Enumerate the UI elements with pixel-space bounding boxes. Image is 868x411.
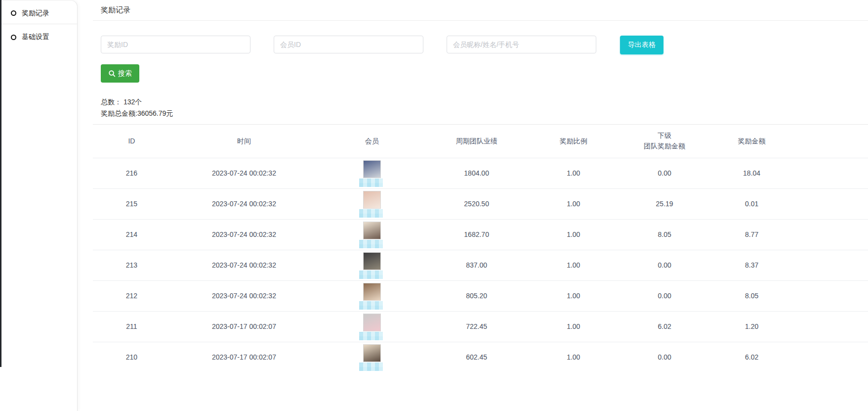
cell-reward-ratio: 1.00 (527, 311, 620, 342)
col-header-spacer (794, 125, 868, 158)
cell-id: 213 (93, 250, 170, 280)
cell-id: 215 (93, 188, 170, 219)
cell-time: 2023-07-24 00:02:32 (170, 158, 318, 188)
cell-team-performance: 837.00 (426, 250, 527, 280)
cell-member (318, 280, 426, 311)
cell-subordinate-reward: 6.02 (620, 311, 709, 342)
radio-circle-icon (11, 35, 16, 40)
col-header-time: 时间 (170, 125, 318, 158)
masked-nickname (359, 332, 383, 340)
member-avatar (363, 314, 381, 331)
cell-reward-ratio: 1.00 (527, 219, 620, 250)
table-row: 213 2023-07-24 00:02:32 837.00 1.00 0.00… (93, 250, 868, 280)
cell-subordinate-reward: 0.00 (620, 158, 709, 188)
cell-member (318, 219, 426, 250)
cell-reward-amount: 8.77 (709, 219, 794, 250)
member-avatar (363, 252, 381, 270)
reward-id-input[interactable] (101, 36, 250, 53)
table-row: 214 2023-07-24 00:02:32 1682.70 1.00 8.0… (93, 219, 868, 250)
masked-nickname (359, 209, 383, 218)
cell-member (318, 158, 426, 188)
sidebar-item-label: 基础设置 (22, 33, 49, 42)
cell-id: 214 (93, 219, 170, 250)
cell-reward-ratio: 1.00 (527, 342, 620, 372)
col-header-team-performance: 周期团队业绩 (426, 125, 527, 158)
sidebar-item-basic-settings[interactable]: 基础设置 (0, 26, 77, 48)
sidebar: 奖励记录 基础设置 (0, 0, 78, 411)
cell-team-performance: 805.20 (426, 280, 527, 311)
total-count: 总数： 132个 (101, 96, 868, 108)
table-row: 212 2023-07-24 00:02:32 805.20 1.00 0.00… (93, 280, 868, 311)
member-id-input[interactable] (274, 36, 423, 53)
cell-reward-amount: 18.04 (709, 158, 794, 188)
cell-id: 211 (93, 311, 170, 342)
cell-team-performance: 1804.00 (426, 158, 527, 188)
cell-reward-ratio: 1.00 (527, 250, 620, 280)
cell-time: 2023-07-17 00:02:07 (170, 342, 318, 372)
masked-nickname (359, 271, 383, 279)
sidebar-item-reward-records[interactable]: 奖励记录 (0, 2, 77, 24)
title-bar: 奖励记录 (93, 0, 868, 21)
cell-reward-ratio: 1.00 (527, 188, 620, 219)
masked-nickname (359, 363, 383, 371)
col-header-reward-amount: 奖励金额 (709, 125, 794, 158)
masked-nickname (359, 240, 383, 248)
col-header-subordinate-reward: 下级 团队奖励金额 (620, 125, 709, 158)
page-title: 奖励记录 (101, 5, 130, 15)
member-avatar (363, 191, 381, 209)
cell-member (318, 188, 426, 219)
cell-team-performance: 602.45 (426, 342, 527, 372)
cell-reward-amount: 8.05 (709, 280, 794, 311)
masked-nickname (359, 179, 383, 187)
filter-bar: 导出表格 (93, 36, 868, 54)
cell-reward-amount: 8.37 (709, 250, 794, 280)
collapsed-menu-edge (0, 0, 1, 367)
cell-reward-amount: 1.20 (709, 311, 794, 342)
radio-circle-icon (11, 10, 16, 16)
cell-reward-amount: 0.01 (709, 188, 794, 219)
main-content: 奖励记录 导出表格 搜索 总数： 132个 奖励总金额:36056.79元 (78, 0, 868, 411)
cell-time: 2023-07-24 00:02:32 (170, 250, 318, 280)
cell-id: 216 (93, 158, 170, 188)
member-avatar (363, 283, 381, 301)
total-amount: 奖励总金额:36056.79元 (101, 108, 868, 119)
member-avatar (363, 160, 381, 178)
cell-team-performance: 722.45 (426, 311, 527, 342)
member-avatar (363, 222, 381, 239)
summary: 总数： 132个 奖励总金额:36056.79元 (93, 96, 868, 119)
col-header-member: 会员 (318, 125, 426, 158)
search-icon (108, 70, 116, 77)
reward-records-table: ID 时间 会员 周期团队业绩 奖励比例 下级 团队奖励金额 奖励金额 216 (93, 125, 868, 372)
cell-subordinate-reward: 0.00 (620, 250, 709, 280)
cell-subordinate-reward: 0.00 (620, 342, 709, 372)
cell-time: 2023-07-24 00:02:32 (170, 280, 318, 311)
export-table-button[interactable]: 导出表格 (620, 36, 663, 54)
cell-subordinate-reward: 8.05 (620, 219, 709, 250)
search-button[interactable]: 搜索 (101, 64, 139, 83)
col-header-id: ID (93, 125, 170, 158)
table-row: 216 2023-07-24 00:02:32 1804.00 1.00 0.0… (93, 158, 868, 188)
cell-id: 212 (93, 280, 170, 311)
table-row: 211 2023-07-17 00:02:07 722.45 1.00 6.02… (93, 311, 868, 342)
cell-team-performance: 1682.70 (426, 219, 527, 250)
reward-records-page: 奖励记录 基础设置 奖励记录 导出表格 搜索 总数： 132个 奖励总金额:36… (0, 0, 868, 411)
search-button-label: 搜索 (118, 69, 132, 78)
cell-member (318, 342, 426, 372)
cell-member (318, 311, 426, 342)
cell-time: 2023-07-17 00:02:07 (170, 311, 318, 342)
member-avatar (363, 344, 381, 362)
col-header-reward-ratio: 奖励比例 (527, 125, 620, 158)
cell-reward-ratio: 1.00 (527, 280, 620, 311)
member-info-input[interactable] (447, 36, 596, 53)
cell-reward-ratio: 1.00 (527, 158, 620, 188)
cell-reward-amount: 6.02 (709, 342, 794, 372)
sidebar-item-label: 奖励记录 (22, 9, 49, 18)
cell-subordinate-reward: 0.00 (620, 280, 709, 311)
table-row: 210 2023-07-17 00:02:07 602.45 1.00 0.00… (93, 342, 868, 372)
table-header-row: ID 时间 会员 周期团队业绩 奖励比例 下级 团队奖励金额 奖励金额 (93, 125, 868, 158)
cell-id: 210 (93, 342, 170, 372)
cell-subordinate-reward: 25.19 (620, 188, 709, 219)
cell-member (318, 250, 426, 280)
table-row: 215 2023-07-24 00:02:32 2520.50 1.00 25.… (93, 188, 868, 219)
cell-team-performance: 2520.50 (426, 188, 527, 219)
